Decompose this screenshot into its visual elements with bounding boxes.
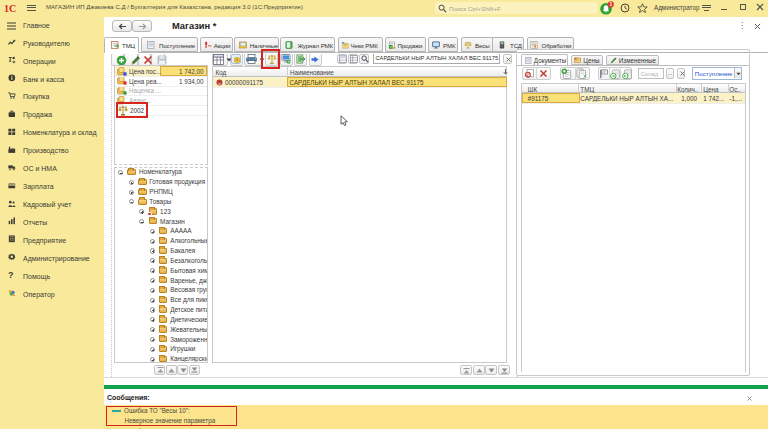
svg-text:1: 1 — [609, 2, 612, 7]
svg-text:1С: 1С — [4, 3, 16, 14]
